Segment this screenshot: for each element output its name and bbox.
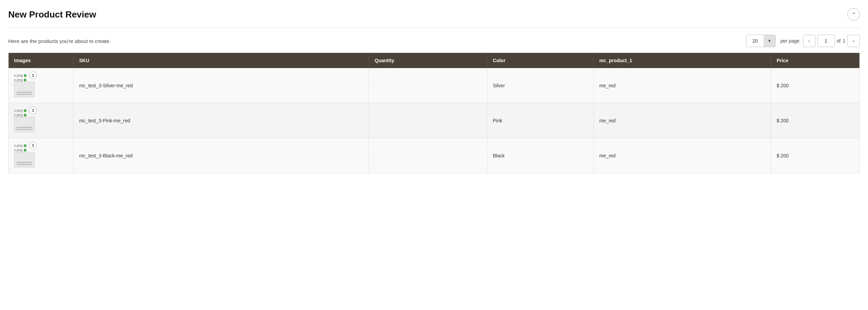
thumb-row-2: x.png — [14, 148, 33, 152]
cell-mc-product-1: me_red — [593, 138, 771, 173]
thumb-line — [16, 162, 32, 163]
thumb-line — [16, 164, 32, 165]
dot-green-2 — [24, 149, 26, 152]
image-cell: x.png x.png 1 — [14, 74, 68, 97]
toolbar: Here are the products you're about to cr… — [8, 35, 860, 47]
per-page-selector[interactable]: 20 ▼ — [746, 35, 776, 47]
col-header-images: Images — [9, 53, 74, 68]
page-header: New Product Review ⌃ — [8, 8, 860, 28]
image-count-badge: 1 — [29, 107, 37, 114]
cell-color: Black — [487, 138, 594, 173]
table-row: x.png x.png 1 — [9, 138, 860, 173]
dot-green-2 — [24, 114, 26, 117]
collapse-button[interactable]: ⌃ — [847, 8, 860, 21]
product-table: Images SKU Quantity Color mc_product_1 P… — [8, 53, 860, 173]
table-row: x.png x.png 1 — [9, 103, 860, 138]
thumb-filename-2: x.png — [14, 78, 22, 82]
cell-quantity — [369, 68, 487, 103]
thumb-preview — [14, 117, 35, 132]
cell-mc-product-1: me_red — [593, 68, 771, 103]
thumb-line — [16, 92, 32, 93]
col-header-sku: SKU — [74, 53, 369, 68]
page-number-input[interactable] — [817, 35, 835, 47]
pagination-controls: ‹ of 1 › — [803, 35, 860, 47]
cell-quantity — [369, 103, 487, 138]
dot-green-1 — [24, 144, 26, 147]
col-header-price: Price — [771, 53, 859, 68]
cell-price: $ 200 — [771, 103, 859, 138]
cell-sku: mc_test_3-Pink-me_red — [74, 103, 369, 138]
thumb-row-2: x.png — [14, 113, 33, 117]
col-header-mc-product-1: mc_product_1 — [593, 53, 771, 68]
thumb-line — [16, 129, 32, 130]
thumb-line — [16, 127, 32, 128]
total-pages-label: 1 — [843, 38, 845, 44]
thumb-filename-1: x.png — [14, 144, 22, 147]
thumb-row-2: x.png — [14, 78, 33, 82]
table-header-row: Images SKU Quantity Color mc_product_1 P… — [9, 53, 860, 68]
thumb-filename-2: x.png — [14, 113, 22, 117]
cell-price: $ 200 — [771, 138, 859, 173]
image-cell: x.png x.png 1 — [14, 144, 68, 167]
dot-green-1 — [24, 74, 26, 77]
thumb-filename-2: x.png — [14, 148, 22, 152]
thumb-line — [16, 94, 32, 95]
per-page-dropdown-arrow[interactable]: ▼ — [764, 35, 775, 47]
per-page-label: per page — [780, 38, 799, 44]
toolbar-description: Here are the products you're about to cr… — [8, 38, 111, 44]
image-cell: x.png x.png 1 — [14, 109, 68, 132]
dot-green-2 — [24, 79, 26, 81]
cell-mc-product-1: me_red — [593, 103, 771, 138]
image-count-badge: 1 — [29, 142, 37, 149]
table-row: x.png x.png 1 — [9, 68, 860, 103]
next-page-button[interactable]: › — [847, 35, 860, 47]
cell-images: x.png x.png 1 — [9, 68, 74, 103]
thumb-inner-lines — [16, 127, 32, 130]
of-label: of — [837, 38, 841, 44]
col-header-quantity: Quantity — [369, 53, 487, 68]
cell-quantity — [369, 138, 487, 173]
image-count-badge: 1 — [29, 71, 37, 79]
cell-sku: mc_test_3-Black-me_red — [74, 138, 369, 173]
page-container: New Product Review ⌃ Here are the produc… — [0, 0, 868, 181]
dot-green-1 — [24, 109, 26, 112]
toolbar-right: 20 ▼ per page ‹ of 1 › — [746, 35, 860, 47]
thumb-preview — [14, 82, 35, 97]
per-page-value: 20 — [746, 35, 764, 47]
prev-page-button[interactable]: ‹ — [803, 35, 815, 47]
col-header-color: Color — [487, 53, 594, 68]
cell-sku: mc_test_3-Silver-me_red — [74, 68, 369, 103]
thumb-filename-1: x.png — [14, 109, 22, 112]
thumb-inner-lines — [16, 162, 32, 165]
cell-images: x.png x.png 1 — [9, 103, 74, 138]
cell-price: $ 200 — [771, 68, 859, 103]
thumb-preview — [14, 152, 35, 167]
cell-images: x.png x.png 1 — [9, 138, 74, 173]
thumb-inner-lines — [16, 92, 32, 95]
cell-color: Pink — [487, 103, 594, 138]
thumb-filename-1: x.png — [14, 74, 22, 77]
page-title: New Product Review — [8, 9, 96, 20]
cell-color: Silver — [487, 68, 594, 103]
